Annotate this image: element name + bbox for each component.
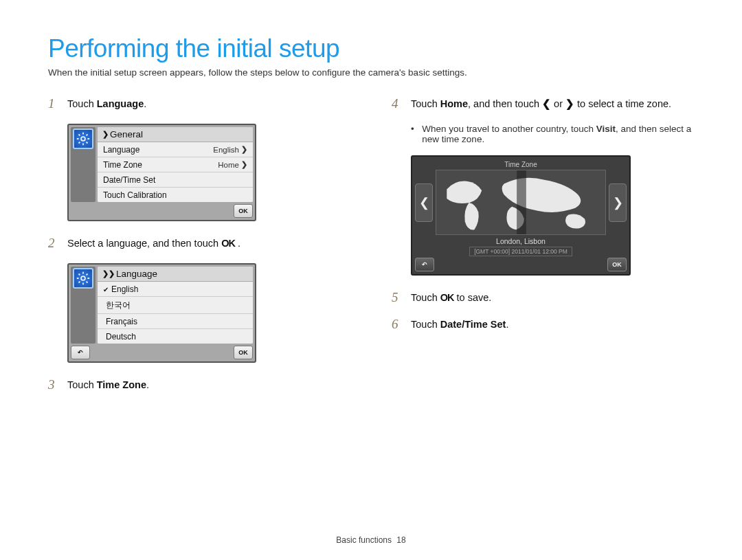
row-label: Language bbox=[103, 145, 139, 155]
breadcrumb-label: Language bbox=[116, 269, 157, 279]
chevron-right-icon: ❯ bbox=[565, 98, 574, 109]
back-button[interactable]: ↶ bbox=[71, 346, 90, 359]
bullet-icon: • bbox=[411, 124, 416, 144]
step-pre: Touch bbox=[67, 98, 97, 109]
option-label: Français bbox=[106, 317, 137, 326]
step-text: Touch OK to save. bbox=[411, 291, 701, 305]
setting-row-timezone[interactable]: Time Zone Home❯ bbox=[98, 157, 253, 172]
step-text: Touch Language. bbox=[67, 97, 357, 111]
language-option-korean[interactable]: 한국어 bbox=[98, 297, 253, 314]
step-number: 4 bbox=[392, 97, 404, 111]
row-label: Touch Calibration bbox=[103, 190, 167, 200]
world-map-icon bbox=[436, 170, 605, 234]
world-map[interactable] bbox=[436, 170, 606, 235]
step-post: . bbox=[144, 98, 146, 109]
step-bold: Date/Time Set bbox=[440, 319, 506, 330]
row-value: English bbox=[213, 146, 239, 154]
row-label: Date/Time Set bbox=[103, 175, 155, 185]
step-4-sub-bullet: • When you travel to another country, to… bbox=[411, 124, 701, 144]
row-label: Time Zone bbox=[103, 160, 142, 170]
ok-button[interactable]: OK bbox=[234, 346, 253, 359]
sub-text: When you travel to another country, touc… bbox=[422, 124, 701, 144]
step-number: 6 bbox=[392, 317, 404, 332]
option-label: English bbox=[111, 284, 138, 294]
step-pre: Touch bbox=[411, 319, 440, 330]
breadcrumb-label: General bbox=[110, 129, 143, 139]
step-post: . bbox=[235, 238, 240, 249]
step-2: 2 Select a language, and then touch OK . bbox=[48, 236, 357, 251]
footer-page-number: 18 bbox=[396, 535, 405, 545]
sub-pre: When you travel to another country, touc… bbox=[422, 124, 596, 134]
chevron-right-icon: ❯ bbox=[241, 160, 247, 169]
step-5: 5 Touch OK to save. bbox=[392, 291, 701, 305]
tz-prev-button[interactable]: ❮ bbox=[415, 183, 433, 222]
tz-next-button[interactable]: ❯ bbox=[609, 183, 627, 222]
step-pre: Select a language, and then touch bbox=[67, 238, 221, 249]
step-pre: Touch bbox=[411, 98, 440, 109]
step-text: Select a language, and then touch OK . bbox=[67, 236, 357, 251]
chevron-left-icon: ❮ bbox=[542, 98, 551, 109]
step-post: . bbox=[146, 379, 149, 390]
panel-language: ❯❯ Language ✔English 한국어 Français Deutsc… bbox=[67, 263, 256, 363]
breadcrumb-chevron-icon: ❯ bbox=[102, 130, 109, 139]
step-text: Touch Home, and then touch ❮ or ❯ to sel… bbox=[411, 97, 701, 111]
step-pre: Touch bbox=[67, 379, 97, 390]
step-post: . bbox=[506, 319, 508, 330]
panel-side-tabs bbox=[71, 267, 95, 344]
step-6: 6 Touch Date/Time Set. bbox=[392, 317, 701, 332]
chevron-right-icon: ❯ bbox=[241, 145, 247, 154]
step-pre: Touch bbox=[411, 292, 440, 303]
panel-timezone: Time Zone ❮ ❯ bbox=[411, 155, 631, 276]
tz-date-label: [GMT +00:00] 2011/01/01 12:00 PM bbox=[469, 247, 572, 256]
svg-rect-2 bbox=[517, 170, 526, 234]
gear-icon[interactable] bbox=[73, 128, 93, 149]
svg-point-1 bbox=[81, 276, 85, 280]
step-3: 3 Touch Time Zone. bbox=[48, 378, 357, 392]
setting-row-calibration[interactable]: Touch Calibration bbox=[98, 188, 253, 202]
intro-text: When the initial setup screen appears, f… bbox=[48, 67, 701, 78]
svg-point-0 bbox=[81, 137, 85, 141]
tz-title: Time Zone bbox=[415, 159, 627, 170]
step-4: 4 Touch Home, and then touch ❮ or ❯ to s… bbox=[392, 97, 701, 111]
setting-row-datetime[interactable]: Date/Time Set bbox=[98, 172, 253, 188]
row-value: Home bbox=[218, 161, 239, 169]
sub-bold: Visit bbox=[596, 124, 616, 134]
step-number: 1 bbox=[48, 97, 60, 111]
footer-section: Basic functions bbox=[336, 535, 392, 545]
option-label: 한국어 bbox=[106, 300, 131, 310]
ok-button[interactable]: OK bbox=[607, 258, 627, 271]
step-bold: Home bbox=[440, 98, 468, 109]
step-post: to save. bbox=[453, 292, 491, 303]
step-bold: Time Zone bbox=[97, 379, 146, 390]
page-title: Performing the initial setup bbox=[48, 34, 701, 63]
right-column: 4 Touch Home, and then touch ❮ or ❯ to s… bbox=[392, 97, 701, 405]
panel-side-tabs bbox=[71, 127, 95, 202]
left-column: 1 Touch Language. ❯ General bbox=[48, 97, 357, 405]
language-option-english[interactable]: ✔English bbox=[98, 282, 253, 297]
gear-icon[interactable] bbox=[73, 268, 93, 289]
step-post: to select a time zone. bbox=[574, 98, 671, 109]
check-icon: ✔ bbox=[103, 286, 109, 293]
step-number: 3 bbox=[48, 378, 60, 392]
panel-general: ❯ General Language English❯ Time Zone Ho… bbox=[67, 124, 256, 221]
language-option-french[interactable]: Français bbox=[98, 314, 253, 329]
page-footer: Basic functions 18 bbox=[0, 535, 742, 545]
back-button[interactable]: ↶ bbox=[415, 258, 434, 271]
breadcrumb-chevron-icon: ❯❯ bbox=[102, 269, 115, 278]
ok-icon: OK bbox=[221, 238, 235, 249]
step-text: Touch Date/Time Set. bbox=[411, 317, 701, 332]
tz-city-label: London, Lisbon bbox=[415, 237, 627, 245]
panel-header: ❯ General bbox=[98, 127, 253, 142]
ok-icon: OK bbox=[440, 292, 454, 303]
setting-row-language[interactable]: Language English❯ bbox=[98, 142, 253, 157]
option-label: Deutsch bbox=[106, 332, 136, 341]
panel-header: ❯❯ Language bbox=[98, 267, 253, 282]
step-number: 2 bbox=[48, 236, 60, 251]
step-number: 5 bbox=[392, 291, 404, 305]
step-or: or bbox=[551, 98, 565, 109]
ok-button[interactable]: OK bbox=[234, 204, 253, 218]
step-1: 1 Touch Language. bbox=[48, 97, 357, 111]
language-option-german[interactable]: Deutsch bbox=[98, 329, 253, 344]
step-bold: Language bbox=[97, 98, 144, 109]
step-text: Touch Time Zone. bbox=[67, 378, 357, 392]
